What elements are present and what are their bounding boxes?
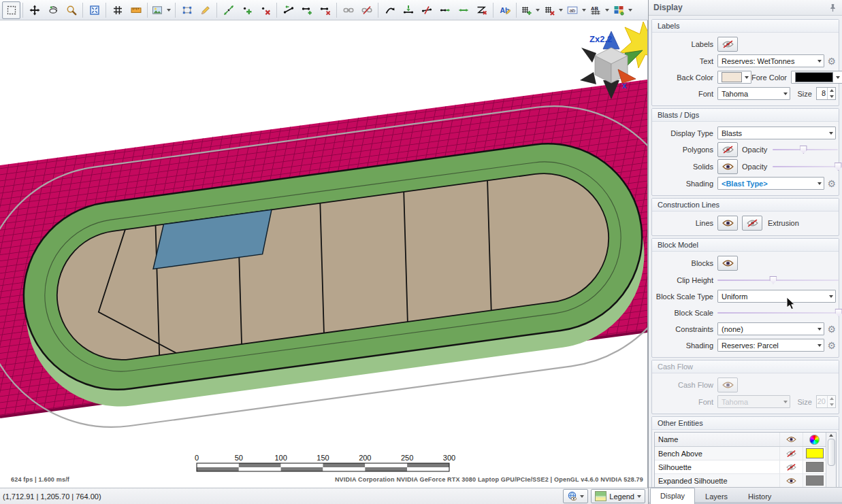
name-column-header[interactable]: Name xyxy=(655,435,779,443)
polygons-visibility-toggle[interactable] xyxy=(717,142,738,157)
zoom-tool-button[interactable] xyxy=(62,1,80,19)
color-column-header[interactable] xyxy=(803,433,826,446)
lines-visibility-toggle[interactable] xyxy=(717,216,738,231)
solids-visibility-toggle[interactable] xyxy=(717,159,738,174)
chevron-down-icon[interactable] xyxy=(559,9,563,12)
segment-move-tool-button[interactable] xyxy=(279,1,297,19)
blocks-visibility-toggle[interactable] xyxy=(717,256,738,271)
visibility-column-header-eye-icon[interactable] xyxy=(779,433,803,446)
construction-lines-group: Construction Lines Lines Extrusion xyxy=(651,198,839,236)
orbit-tool-button[interactable] xyxy=(44,1,62,19)
link-tool-button[interactable] xyxy=(339,1,357,19)
append-segment-tool-button[interactable] xyxy=(436,1,454,19)
collapse-segment-tool-button[interactable] xyxy=(472,1,491,19)
screenshot-tool-button[interactable] xyxy=(150,2,173,18)
label-text-settings-gear-icon[interactable]: ⚙ xyxy=(827,56,836,66)
slider-thumb[interactable] xyxy=(800,146,807,154)
chevron-down-icon[interactable] xyxy=(536,9,540,12)
entity-row[interactable]: Bench Above xyxy=(655,447,826,460)
entity-name: Expanded Silhouette xyxy=(655,477,779,485)
point-add-tool-button[interactable] xyxy=(238,1,256,19)
font-select[interactable]: Tahoma xyxy=(717,87,790,100)
reverse-segment-tool-button[interactable] xyxy=(454,1,472,19)
chevron-down-icon[interactable] xyxy=(628,9,632,12)
annotate-tool-button[interactable]: Ab xyxy=(496,1,514,19)
scale-bar-tick-label: 100 xyxy=(274,454,287,462)
zoom-extents-button-button[interactable] xyxy=(85,1,103,19)
entities-scrollbar[interactable] xyxy=(826,433,836,487)
tab-display[interactable]: Display xyxy=(650,488,695,504)
scale-bar-segment xyxy=(281,467,323,471)
hash-icon xyxy=(112,5,123,16)
reshape-segment-tool-button[interactable] xyxy=(380,1,399,19)
insert-vertex-tool-button[interactable] xyxy=(399,1,417,19)
measure-tool-button[interactable] xyxy=(127,1,145,19)
block-model-shading-settings-gear-icon[interactable]: ⚙ xyxy=(827,341,836,350)
block-legend-tool-button[interactable] xyxy=(611,2,634,18)
scene-canvas[interactable]: 050100150200250300 Zx2.2 x xyxy=(0,20,648,488)
block-scale-type-select[interactable]: Uniform xyxy=(717,290,836,303)
entity-visibility-toggle[interactable] xyxy=(779,460,803,473)
entity-color-swatch[interactable] xyxy=(803,447,826,460)
slider-thumb[interactable] xyxy=(835,163,842,171)
grid-delete-tool-button[interactable] xyxy=(542,2,565,18)
blasts-shading-select[interactable]: <Blast Type> xyxy=(717,177,824,190)
grid-toggle-button-button[interactable] xyxy=(108,1,127,19)
entities-table-header[interactable]: Name xyxy=(655,433,826,447)
blasts-shading-settings-gear-icon[interactable]: ⚙ xyxy=(827,179,836,188)
entity-color-swatch[interactable] xyxy=(803,460,826,473)
blasts-digs-group-title: Blasts / Digs xyxy=(652,109,839,122)
3d-viewport[interactable]: 050100150200250300 Zx2.2 x 624 fps | 1.6 xyxy=(0,20,648,488)
block-model-shading-select[interactable]: Reserves: Parcel xyxy=(717,339,824,352)
polygons-opacity-slider[interactable] xyxy=(773,145,838,154)
entity-row[interactable]: Expanded Silhouette xyxy=(655,474,826,487)
scrollbar-thumb[interactable] xyxy=(828,439,835,466)
grid-add-tool-button[interactable] xyxy=(519,2,542,18)
font-size-stepper[interactable]: 8 xyxy=(816,87,836,100)
view-options-button[interactable] xyxy=(563,489,588,503)
fore-color-select[interactable] xyxy=(791,71,842,84)
gizmo-neg-y-cone[interactable] xyxy=(581,48,596,63)
tab-layers[interactable]: Layers xyxy=(695,489,738,504)
block-scale-slider[interactable] xyxy=(717,308,839,318)
block-label-tool-button[interactable]: AB xyxy=(588,2,611,18)
polygon-edit-tool-button[interactable] xyxy=(178,1,196,19)
labels-visibility-toggle[interactable] xyxy=(717,37,738,52)
point-move-tool-button[interactable] xyxy=(219,1,238,19)
entity-visibility-toggle[interactable] xyxy=(779,474,803,487)
solids-opacity-slider[interactable] xyxy=(773,162,838,171)
chevron-down-icon[interactable] xyxy=(582,9,586,12)
constraints-select[interactable]: (none) xyxy=(717,322,824,335)
label-tool-button[interactable]: ab xyxy=(565,2,588,18)
scale-bar-segment xyxy=(407,463,449,467)
gizmo-neg-x-cone[interactable] xyxy=(580,72,596,84)
slider-thumb[interactable] xyxy=(769,276,777,284)
select-marquee-tool-button[interactable] xyxy=(2,1,20,19)
draw-tool-button[interactable] xyxy=(196,1,214,19)
extrusion-visibility-toggle[interactable] xyxy=(742,216,762,231)
unlink-tool-button[interactable] xyxy=(357,1,376,19)
point-delete-tool-button[interactable] xyxy=(256,1,274,19)
slider-thumb[interactable] xyxy=(835,309,842,317)
label-text-select[interactable]: Reserves: WetTonnes xyxy=(717,54,824,67)
split-segment-tool-button[interactable] xyxy=(417,1,436,19)
tab-history[interactable]: History xyxy=(738,489,781,504)
constraints-settings-gear-icon[interactable]: ⚙ xyxy=(827,324,836,334)
spin-down-icon[interactable] xyxy=(830,95,834,98)
block-model-group: Block Model Blocks Clip Height Block Sca… xyxy=(651,238,839,358)
chevron-down-icon[interactable] xyxy=(167,9,171,12)
scroll-up-icon[interactable] xyxy=(829,434,833,437)
segment-add-tool-button[interactable] xyxy=(297,1,316,19)
spin-up-icon[interactable] xyxy=(830,89,834,92)
entity-row[interactable]: Silhouette xyxy=(655,460,826,474)
entity-color-swatch[interactable] xyxy=(803,474,826,487)
clip-height-slider[interactable] xyxy=(717,275,839,285)
pan-tool-button[interactable] xyxy=(25,1,44,19)
chevron-down-icon[interactable] xyxy=(605,9,609,12)
back-color-select[interactable] xyxy=(717,71,751,84)
entity-visibility-toggle[interactable] xyxy=(779,447,803,460)
display-type-select[interactable]: Blasts xyxy=(717,127,836,139)
legend-button[interactable]: Legend xyxy=(591,489,645,503)
pin-icon[interactable] xyxy=(828,3,837,12)
segment-delete-tool-button[interactable] xyxy=(316,1,334,19)
